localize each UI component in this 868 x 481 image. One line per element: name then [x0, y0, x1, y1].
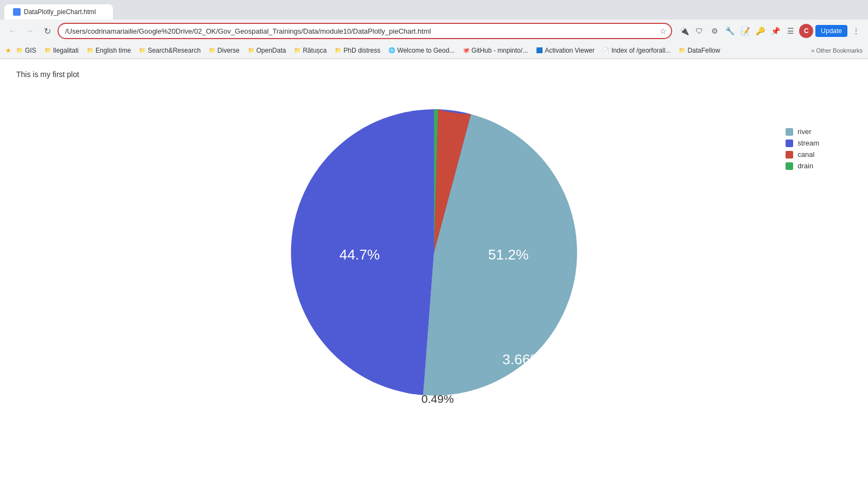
globe-icon: 🌐: [388, 47, 395, 54]
nav-bar: ← → ↻ ☆ 🔌 🛡 ⚙ 🔧 📝 🔑 📌 ☰ C Update ⋮: [0, 20, 868, 42]
tab-favicon: [13, 8, 21, 16]
river-label: 51.2%: [488, 246, 529, 263]
drain-legend-label: drain: [797, 162, 813, 170]
bookmark-phd[interactable]: 📁 PhD distress: [331, 46, 384, 55]
extension-icon-6[interactable]: 🔑: [754, 24, 767, 37]
browser-chrome: DataPlotly_pieChart.html ← → ↻ ☆ 🔌 🛡 ⚙ 🔧…: [0, 0, 868, 59]
bookmark-diverse[interactable]: 📁 Diverse: [205, 46, 243, 55]
extension-icon-3[interactable]: ⚙: [708, 24, 721, 37]
refresh-button[interactable]: ↻: [40, 24, 54, 38]
bookmarks-star-icon: ★: [5, 47, 11, 54]
back-button[interactable]: ←: [5, 24, 20, 38]
chart-area: 51.2% 44.7% 3.66% 0.49% river stream can…: [16, 95, 852, 410]
legend-item-canal: canal: [786, 150, 819, 159]
forward-button[interactable]: →: [23, 24, 37, 38]
github-icon: 🐙: [462, 47, 470, 54]
page-title: This is my first plot: [16, 70, 852, 79]
folder-icon: 📁: [293, 47, 301, 54]
star-icon[interactable]: ☆: [658, 26, 668, 36]
legend-item-stream: stream: [786, 139, 819, 147]
update-button[interactable]: Update: [815, 25, 847, 37]
address-bar[interactable]: [58, 23, 672, 39]
extension-icon-5[interactable]: 📝: [738, 24, 751, 37]
folder-icon: 📁: [247, 47, 255, 54]
folder-icon: 📁: [208, 47, 216, 54]
tab-title: DataPlotly_pieChart.html: [24, 8, 96, 16]
folder-icon: 📁: [678, 47, 686, 54]
folder-icon: 📁: [16, 47, 23, 54]
extension-icon-8[interactable]: ☰: [784, 24, 797, 37]
drain-label: 0.49%: [422, 393, 454, 405]
folder-icon: 📁: [86, 47, 94, 54]
bookmark-activation[interactable]: 🟦 Activation Viewer: [532, 46, 598, 55]
bookmark-gis[interactable]: 📁 GIS: [12, 46, 40, 55]
bookmark-search[interactable]: 📁 Search&Research: [135, 46, 203, 55]
bookmark-english[interactable]: 📁 English time: [83, 46, 134, 55]
stream-legend-label: stream: [797, 139, 819, 147]
legend-item-river: river: [786, 128, 819, 136]
extension-icon-1[interactable]: 🔌: [678, 24, 691, 37]
extension-icon-7[interactable]: 📌: [769, 24, 782, 37]
legend-item-drain: drain: [786, 162, 819, 170]
bookmark-datafellow[interactable]: 📁 DataFellow: [675, 46, 723, 55]
river-legend-label: river: [797, 128, 811, 136]
active-tab[interactable]: DataPlotly_pieChart.html: [4, 4, 113, 20]
activation-icon: 🟦: [535, 47, 543, 54]
profile-avatar[interactable]: C: [799, 24, 813, 38]
bookmark-geoforall[interactable]: 📄 Index of /georforall...: [599, 46, 674, 55]
bookmark-opendata[interactable]: 📁 OpenData: [244, 46, 290, 55]
tab-bar: DataPlotly_pieChart.html: [0, 0, 868, 20]
folder-icon: 📁: [334, 47, 342, 54]
extension-icon-4[interactable]: 🔧: [723, 24, 736, 37]
bookmarks-bar: ★ 📁 GIS 📁 Ilegalitati 📁 English time 📁 S…: [0, 42, 868, 59]
page-content: This is my first plot 51.2% 44.7% 3.66%: [0, 59, 868, 481]
canal-legend-label: canal: [797, 150, 814, 159]
canal-label: 3.66%: [502, 351, 543, 368]
extension-icon-2[interactable]: 🛡: [693, 24, 706, 37]
bookmark-ratusca[interactable]: 📁 Rătușca: [290, 46, 330, 55]
chart-legend: river stream canal drain: [786, 128, 819, 170]
stream-label: 44.7%: [340, 246, 380, 263]
folder-icon: 📁: [138, 47, 146, 54]
more-options-icon[interactable]: ⋮: [850, 24, 863, 37]
address-bar-container: ☆: [58, 23, 672, 39]
river-legend-color: [786, 128, 793, 136]
toolbar-icons: 🔌 🛡 ⚙ 🔧 📝 🔑 📌 ☰ C Update ⋮: [678, 24, 863, 38]
stream-legend-color: [786, 140, 793, 147]
drain-legend-color: [786, 162, 793, 170]
page-icon: 📄: [602, 47, 610, 54]
folder-icon: 📁: [44, 47, 52, 54]
address-bar-icons: ☆: [658, 26, 668, 36]
bookmark-ilegalitati[interactable]: 📁 Ilegalitati: [41, 46, 82, 55]
bookmark-github[interactable]: 🐙 GitHub - mnpinto/...: [459, 46, 531, 55]
bookmark-geod[interactable]: 🌐 Welcome to Geod...: [385, 46, 458, 55]
canal-legend-color: [786, 151, 793, 159]
pie-chart: 51.2% 44.7% 3.66% 0.49%: [277, 95, 591, 410]
